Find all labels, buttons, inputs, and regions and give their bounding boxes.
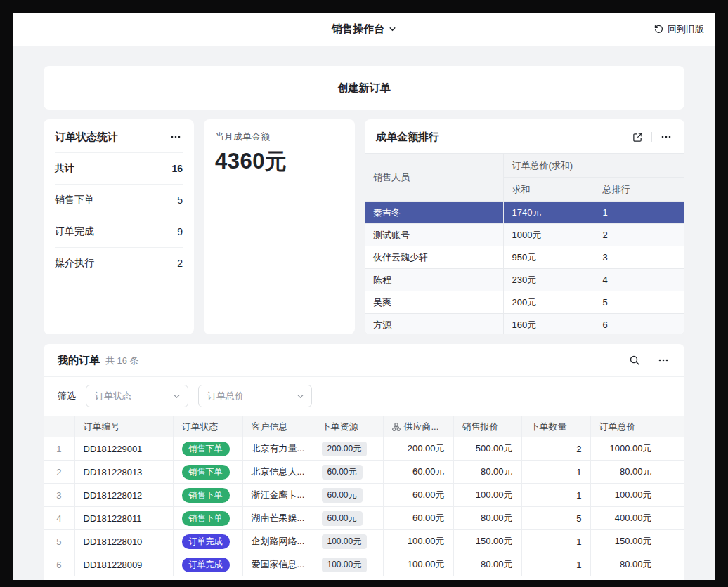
divider bbox=[651, 132, 652, 142]
cell-quote: 150.00元 bbox=[453, 530, 521, 553]
col-customer[interactable]: 客户信息 bbox=[242, 416, 313, 437]
cell-qty: 1 bbox=[521, 553, 590, 576]
create-order-label: 创建新订单 bbox=[338, 81, 391, 95]
cell-trailing bbox=[661, 484, 684, 507]
col-sum: 求和 bbox=[503, 178, 594, 202]
more-icon[interactable] bbox=[656, 353, 670, 367]
order-status-filter[interactable]: 订单状态 bbox=[86, 385, 188, 407]
cell-trailing bbox=[661, 507, 684, 530]
order-row[interactable]: 1 DD181229001 销售下单 北京有力量... 200.00元 200.… bbox=[44, 437, 684, 461]
col-qty[interactable]: 下单数量 bbox=[521, 416, 590, 437]
cell-trailing bbox=[661, 553, 684, 576]
cell-trailing bbox=[661, 530, 684, 553]
col-status[interactable]: 订单状态 bbox=[173, 416, 242, 437]
ranking-row[interactable]: 方源 160元 6 bbox=[365, 314, 684, 335]
export-icon[interactable] bbox=[630, 130, 644, 144]
cell-status: 销售下单 bbox=[173, 437, 242, 461]
status-row[interactable]: 媒介执行 2 bbox=[55, 248, 183, 279]
resource-pill: 60.00元 bbox=[322, 511, 363, 526]
row-index: 3 bbox=[44, 484, 74, 507]
status-badge: 订单完成 bbox=[182, 558, 230, 572]
cell-order-no: DD181228011 bbox=[74, 507, 173, 530]
ranking-row[interactable]: 陈程 230元 4 bbox=[365, 269, 684, 291]
cell-total: 150.00元 bbox=[590, 530, 661, 553]
order-row[interactable]: 3 DD181228012 销售下单 浙江金鹰卡... 60.00元 60.00… bbox=[44, 484, 684, 507]
order-total-filter-placeholder: 订单总价 bbox=[207, 390, 244, 402]
col-supplier[interactable]: 供应商... bbox=[383, 416, 453, 437]
search-icon[interactable] bbox=[628, 353, 642, 367]
cell-order-no: DD181228009 bbox=[74, 553, 173, 576]
row-index: 5 bbox=[44, 530, 74, 553]
col-rank: 总排行 bbox=[594, 178, 684, 202]
cell-customer: 北京信息大... bbox=[242, 461, 313, 484]
col-total[interactable]: 订单总价 bbox=[590, 416, 661, 437]
cell-resource: 60.00元 bbox=[313, 484, 383, 507]
workspace-switcher[interactable]: 销售操作台 bbox=[332, 22, 396, 36]
status-row[interactable]: 订单完成 9 bbox=[55, 216, 183, 248]
order-row[interactable]: 5 DD181228010 订单完成 企划路网络... 100.00元 100.… bbox=[44, 530, 684, 553]
status-row[interactable]: 销售下单 5 bbox=[55, 185, 183, 216]
ranking-row[interactable]: 伙伴云魏少轩 950元 3 bbox=[365, 246, 684, 269]
cell-order-no: DD181228010 bbox=[74, 530, 173, 553]
order-status-card: 订单状态统计 共计 16 销售下单 5 bbox=[44, 119, 194, 334]
filter-label: 筛选 bbox=[58, 390, 76, 402]
cell-customer: 企划路网络... bbox=[242, 530, 313, 553]
col-salesperson: 销售人员 bbox=[365, 154, 503, 202]
order-total-filter[interactable]: 订单总价 bbox=[198, 385, 312, 407]
cell-order-no: DD181228013 bbox=[74, 461, 173, 484]
back-to-old-version-button[interactable]: 回到旧版 bbox=[654, 13, 704, 46]
status-label: 媒介执行 bbox=[55, 257, 94, 270]
col-quote[interactable]: 销售报价 bbox=[453, 416, 521, 437]
more-icon[interactable] bbox=[169, 130, 183, 144]
cell-total: 80.00元 bbox=[590, 461, 661, 484]
more-icon[interactable] bbox=[659, 130, 673, 144]
cell-sum: 1000元 bbox=[503, 224, 594, 246]
monthly-amount-card: 当月成单金额 4360元 bbox=[204, 119, 355, 334]
ranking-row[interactable]: 吴爽 200元 5 bbox=[365, 291, 684, 314]
order-row[interactable]: 6 DD181228009 订单完成 爱国家信息... 100.00元 100.… bbox=[44, 553, 684, 576]
col-resource[interactable]: 下单资源 bbox=[313, 416, 383, 437]
ranking-row[interactable]: 秦吉冬 1740元 1 bbox=[365, 202, 684, 224]
col-trailing bbox=[661, 416, 684, 437]
status-value: 16 bbox=[171, 163, 183, 174]
monthly-amount-label: 当月成单金额 bbox=[215, 131, 344, 143]
cell-quote: 80.00元 bbox=[453, 553, 521, 576]
cell-resource: 200.00元 bbox=[313, 437, 383, 461]
cell-qty: 1 bbox=[521, 461, 590, 484]
cell-sum: 1740元 bbox=[503, 202, 594, 224]
chevron-down-icon bbox=[173, 393, 181, 400]
cell-resource: 60.00元 bbox=[313, 461, 383, 484]
resource-pill: 100.00元 bbox=[322, 534, 368, 549]
status-label: 共计 bbox=[55, 162, 74, 175]
order-row[interactable]: 2 DD181228013 销售下单 北京信息大... 60.00元 60.00… bbox=[44, 461, 684, 484]
cell-total: 400.00元 bbox=[590, 507, 661, 530]
cell-total: 80.00元 bbox=[590, 553, 661, 576]
cell-status: 订单完成 bbox=[173, 553, 242, 576]
resource-pill: 60.00元 bbox=[322, 488, 363, 503]
ranking-row[interactable]: 测试账号 1000元 2 bbox=[365, 224, 684, 246]
cell-customer: 北京有力量... bbox=[242, 437, 313, 461]
row-index: 4 bbox=[44, 507, 74, 530]
status-row[interactable]: 共计 16 bbox=[55, 153, 183, 185]
cell-salesperson: 陈程 bbox=[365, 269, 503, 291]
cell-salesperson: 秦吉冬 bbox=[365, 202, 503, 224]
cell-rank: 6 bbox=[594, 314, 684, 335]
create-order-button[interactable]: 创建新订单 bbox=[44, 66, 684, 110]
cell-sum: 160元 bbox=[503, 314, 594, 335]
cell-sum: 200元 bbox=[503, 291, 594, 314]
cell-salesperson: 测试账号 bbox=[365, 224, 503, 246]
cell-sum: 230元 bbox=[503, 269, 594, 291]
col-order-no[interactable]: 订单编号 bbox=[74, 416, 173, 437]
orders-count: 共 16 条 bbox=[105, 355, 139, 367]
status-badge: 订单完成 bbox=[182, 534, 230, 549]
cell-quote: 80.00元 bbox=[453, 507, 521, 530]
order-status-filter-placeholder: 订单状态 bbox=[95, 390, 131, 402]
main-content: 创建新订单 订单状态统计 共计 16 bbox=[13, 46, 715, 580]
cell-status: 销售下单 bbox=[173, 461, 242, 484]
ranking-card: 成单金额排行 销售人员 bbox=[365, 119, 684, 334]
cell-customer: 爱国家信息... bbox=[242, 553, 313, 576]
status-label: 销售下单 bbox=[55, 194, 94, 206]
cell-status: 订单完成 bbox=[173, 530, 242, 553]
order-row[interactable]: 4 DD181228011 销售下单 湖南芒果娱... 60.00元 60.00… bbox=[44, 507, 684, 530]
status-label: 订单完成 bbox=[55, 225, 94, 238]
